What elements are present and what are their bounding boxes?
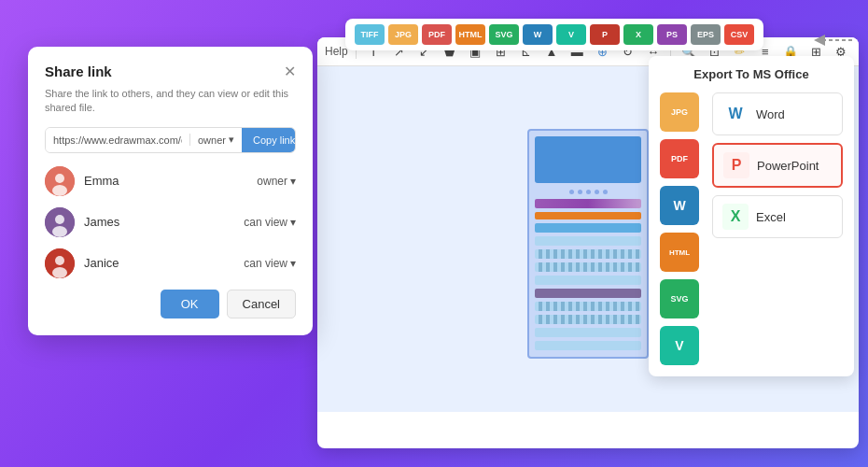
help-label: Help <box>325 45 348 58</box>
cancel-button[interactable]: Cancel <box>227 290 296 318</box>
word-icon: W <box>722 101 749 127</box>
dialog-header: Share link ✕ <box>45 64 296 79</box>
user-row-janice: Janice can view ▾ <box>45 248 296 278</box>
rack-row-7 <box>535 276 641 285</box>
rack-dot-4 <box>595 190 599 194</box>
format-eps-icon[interactable]: EPS <box>691 24 721 45</box>
format-excel-icon[interactable]: X <box>623 24 653 45</box>
owner-badge[interactable]: owner ▾ <box>189 134 242 146</box>
user-name-janice: Janice <box>84 256 244 270</box>
format-csv-icon[interactable]: CSV <box>724 24 754 45</box>
user-role-emma[interactable]: owner ▾ <box>257 175 296 188</box>
rack-row-2 <box>535 212 641 219</box>
format-svg-icon[interactable]: SVG <box>489 24 519 45</box>
user-name-emma: Emma <box>84 174 257 188</box>
powerpoint-icon: P <box>723 152 749 178</box>
svg-point-2 <box>52 185 67 196</box>
export-powerpoint-label: PowerPoint <box>757 159 819 173</box>
close-icon[interactable]: ✕ <box>284 64 296 79</box>
ok-button[interactable]: OK <box>161 290 219 318</box>
export-small-jpg-icon[interactable]: JPG <box>660 92 699 132</box>
avatar-janice <box>45 248 75 278</box>
rack-dots <box>535 190 641 194</box>
export-card-word[interactable]: W Word <box>712 92 843 135</box>
owner-badge-chevron: ▾ <box>229 134 234 146</box>
share-dialog: Share link ✕ Share the link to others, a… <box>28 47 313 335</box>
rack-row-10 <box>535 315 641 324</box>
user-role-janice[interactable]: can view ▾ <box>244 257 296 270</box>
rack-row-9 <box>535 302 641 311</box>
export-excel-label: Excel <box>756 210 786 224</box>
format-visio-icon[interactable]: V <box>556 24 586 45</box>
export-card-powerpoint[interactable]: P PowerPoint <box>712 143 843 188</box>
format-bar: TIFF JPG PDF HTML SVG W V P X PS EPS CSV <box>345 19 763 50</box>
format-html-icon[interactable]: HTML <box>455 24 485 45</box>
export-small-word-icon[interactable]: W <box>660 186 699 225</box>
rack-row-4 <box>535 236 641 246</box>
export-small-visio-icon[interactable]: V <box>660 326 699 365</box>
rack-dot-3 <box>586 190 591 194</box>
rack-dot-2 <box>578 190 582 194</box>
rack-dot-1 <box>569 190 574 194</box>
rack-row-1 <box>535 199 641 208</box>
rack-row-8 <box>535 289 641 298</box>
user-row-emma: Emma owner ▾ <box>45 166 296 196</box>
link-row: owner ▾ Copy link <box>45 127 296 153</box>
user-role-label-emma: owner <box>257 175 287 188</box>
avatar-emma <box>45 166 75 196</box>
chevron-down-icon-janice: ▾ <box>290 257 296 270</box>
format-jpg-icon[interactable]: JPG <box>388 24 418 45</box>
user-role-label-janice: can view <box>244 257 287 270</box>
rack-diagram <box>527 129 649 359</box>
export-small-pdf-icon[interactable]: PDF <box>660 139 699 178</box>
format-ps-icon[interactable]: PS <box>657 24 687 45</box>
dialog-subtitle: Share the link to others, and they can v… <box>45 87 296 116</box>
svg-point-1 <box>55 174 64 183</box>
svg-point-8 <box>52 267 67 278</box>
link-input[interactable] <box>46 128 189 152</box>
format-tiff-icon[interactable]: TIFF <box>355 24 385 45</box>
svg-point-7 <box>55 256 64 265</box>
avatar-james <box>45 207 75 237</box>
svg-point-4 <box>55 215 64 224</box>
format-pdf-icon[interactable]: PDF <box>422 24 452 45</box>
export-word-label: Word <box>756 107 785 121</box>
rack-row-12 <box>535 341 641 350</box>
export-small-icons: JPG PDF W HTML SVG V <box>660 92 705 365</box>
format-word-icon[interactable]: W <box>523 24 553 45</box>
rack-row-3 <box>535 223 641 233</box>
rack-row-5 <box>535 249 641 259</box>
export-main-icons: W Word P PowerPoint X Excel <box>712 92 843 238</box>
user-role-james[interactable]: can view ▾ <box>244 216 296 229</box>
export-small-svg-icon[interactable]: SVG <box>660 279 699 318</box>
export-card-excel[interactable]: X Excel <box>712 195 843 238</box>
chevron-down-icon-emma: ▾ <box>290 175 296 188</box>
excel-icon: X <box>722 204 749 230</box>
rack-row-11 <box>535 328 641 337</box>
export-panel: Export To MS Office JPG PDF W HTML SVG V… <box>649 56 854 376</box>
user-row-james: James can view ▾ <box>45 207 296 237</box>
chevron-down-icon-james: ▾ <box>290 216 296 229</box>
rack-monitor <box>535 136 641 183</box>
owner-badge-label: owner <box>198 134 226 146</box>
export-title: Export To MS Office <box>660 67 843 81</box>
dialog-actions: OK Cancel <box>45 290 296 318</box>
user-role-label-james: can view <box>244 216 287 229</box>
rack-row-6 <box>535 262 641 272</box>
export-small-html-icon[interactable]: HTML <box>660 233 699 272</box>
format-ppt-icon[interactable]: P <box>590 24 620 45</box>
export-grid: JPG PDF W HTML SVG V W Word P PowerPoint… <box>660 92 843 365</box>
copy-link-button[interactable]: Copy link <box>242 128 296 152</box>
user-name-james: James <box>84 215 244 229</box>
rack-dot-5 <box>603 190 608 194</box>
svg-point-5 <box>52 226 67 237</box>
arrow-indicator <box>810 26 857 54</box>
dialog-title: Share link <box>45 64 112 79</box>
